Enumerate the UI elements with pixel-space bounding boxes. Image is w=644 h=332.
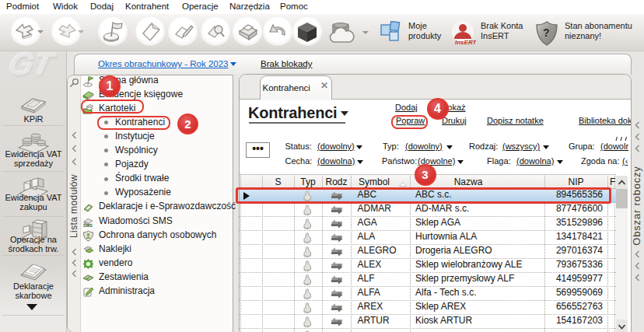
svg-text:?: ?	[543, 26, 550, 39]
svg-text:InsERT: InsERT	[455, 39, 476, 46]
svg-text:SMS: SMS	[83, 223, 93, 228]
